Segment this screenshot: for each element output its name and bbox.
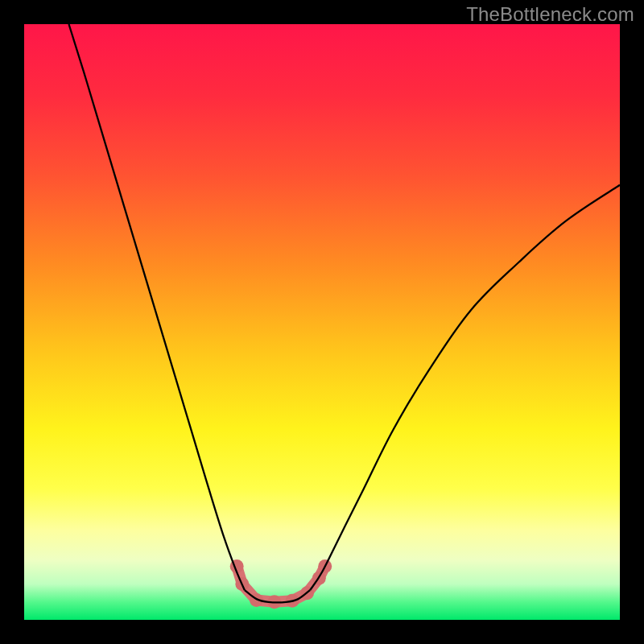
background-gradient: [24, 24, 620, 620]
watermark-text: TheBottleneck.com: [466, 3, 634, 26]
svg-rect-0: [24, 24, 620, 620]
plot-area: [24, 24, 620, 620]
